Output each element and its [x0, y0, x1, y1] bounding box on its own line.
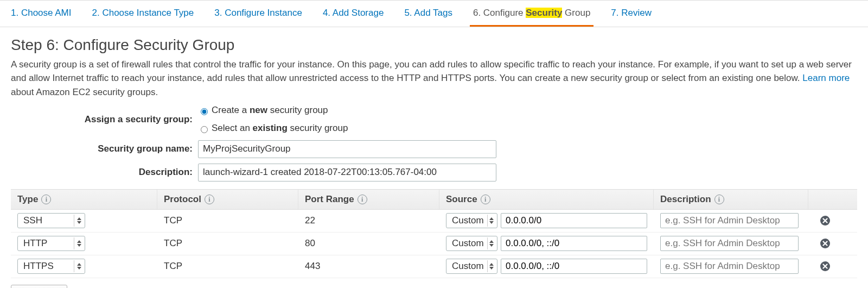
- rule-description-input[interactable]: [660, 259, 799, 274]
- sg-desc-input[interactable]: [198, 164, 496, 181]
- radio-select-existing-input[interactable]: [201, 126, 208, 133]
- sg-name-input[interactable]: [198, 140, 496, 158]
- remove-rule-button[interactable]: [808, 238, 835, 249]
- step-review[interactable]: 7. Review: [608, 5, 655, 27]
- source-mode-select[interactable]: Custom: [446, 259, 497, 274]
- wizard-steps: 1. Choose AMI 2. Choose Instance Type 3.…: [0, 0, 868, 27]
- table-row: HTTPSTCP443Custom: [11, 255, 857, 278]
- radio-create-new-input[interactable]: [201, 108, 208, 115]
- rule-description-input[interactable]: [660, 236, 799, 251]
- type-select[interactable]: HTTPS: [17, 259, 85, 274]
- remove-rule-button[interactable]: [808, 261, 835, 272]
- add-rule-button[interactable]: Add Rule: [11, 285, 67, 288]
- port-value: 443: [298, 260, 439, 273]
- col-type: Type: [17, 193, 38, 206]
- source-mode-select[interactable]: Custom: [446, 236, 497, 251]
- step-choose-ami[interactable]: 1. Choose AMI: [8, 5, 75, 27]
- assign-sg-label: Assign a security group:: [11, 114, 198, 126]
- col-source: Source: [446, 193, 477, 206]
- sg-desc-label: Description:: [11, 166, 198, 179]
- step-add-tags[interactable]: 5. Add Tags: [401, 5, 456, 27]
- rules-table: Typei Protocoli Port Rangei Sourcei Desc…: [11, 189, 857, 278]
- security-group-form: Assign a security group: Create a new se…: [11, 104, 857, 181]
- col-protocol: Protocol: [164, 193, 201, 206]
- source-cidr-input[interactable]: [501, 213, 647, 228]
- sg-name-label: Security group name:: [11, 143, 198, 155]
- step-choose-instance-type[interactable]: 2. Choose Instance Type: [89, 5, 197, 27]
- info-icon[interactable]: i: [714, 195, 724, 204]
- step-configure-instance[interactable]: 3. Configure Instance: [211, 5, 305, 27]
- step-add-storage[interactable]: 4. Add Storage: [320, 5, 387, 27]
- info-icon[interactable]: i: [481, 195, 490, 204]
- intro-text: A security group is a set of firewall ru…: [11, 59, 852, 84]
- close-icon: [820, 215, 831, 226]
- source-cidr-input[interactable]: [501, 236, 647, 251]
- type-select[interactable]: SSH: [17, 213, 85, 228]
- step-6-prefix: 6. Configure: [473, 8, 526, 18]
- learn-more-link[interactable]: Learn more: [802, 73, 850, 83]
- port-value: 80: [298, 237, 439, 250]
- radio-create-new[interactable]: Create a new security group: [198, 104, 348, 117]
- col-port-range: Port Range: [305, 193, 354, 206]
- protocol-value: TCP: [157, 260, 298, 273]
- radio-select-existing[interactable]: Select an existing security group: [198, 122, 348, 135]
- page-title: Step 6: Configure Security Group: [11, 35, 857, 55]
- step-configure-security-group[interactable]: 6. Configure Security Group: [470, 5, 593, 27]
- close-icon: [820, 261, 831, 272]
- info-icon[interactable]: i: [205, 195, 214, 204]
- rule-description-input[interactable]: [660, 213, 799, 228]
- table-row: HTTPTCP80Custom: [11, 233, 857, 255]
- col-description: Description: [660, 193, 711, 206]
- port-value: 22: [298, 215, 439, 227]
- info-icon[interactable]: i: [358, 195, 367, 204]
- page-intro: A security group is a set of firewall ru…: [11, 58, 857, 99]
- rules-table-header: Typei Protocoli Port Rangei Sourcei Desc…: [11, 189, 857, 210]
- info-icon[interactable]: i: [41, 195, 51, 204]
- table-row: SSHTCP22Custom: [11, 210, 857, 233]
- step-6-suffix: Group: [562, 8, 590, 18]
- protocol-value: TCP: [157, 215, 298, 227]
- step-6-keyword: Security: [526, 8, 562, 18]
- source-cidr-input[interactable]: [501, 259, 647, 274]
- close-icon: [820, 238, 831, 249]
- remove-rule-button[interactable]: [808, 215, 835, 226]
- type-select[interactable]: HTTP: [17, 236, 85, 251]
- source-mode-select[interactable]: Custom: [446, 213, 497, 228]
- intro-text-tail: about Amazon EC2 security groups.: [11, 87, 158, 97]
- protocol-value: TCP: [157, 237, 298, 250]
